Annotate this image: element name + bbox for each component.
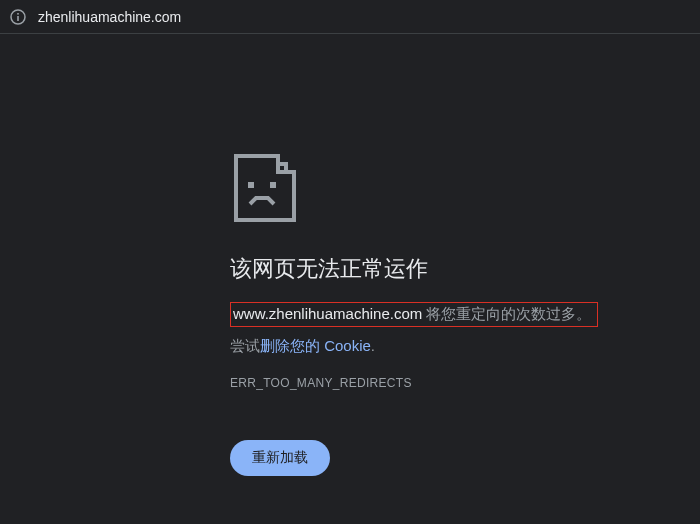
svg-rect-3 — [248, 182, 254, 188]
svg-rect-1 — [17, 16, 19, 21]
url-text[interactable]: zhenlihuamachine.com — [38, 9, 181, 25]
error-heading: 该网页无法正常运作 — [230, 254, 700, 284]
suggestion-suffix: . — [371, 337, 375, 354]
info-icon[interactable] — [10, 9, 26, 25]
reload-button[interactable]: 重新加载 — [230, 440, 330, 476]
svg-rect-2 — [17, 13, 19, 15]
sad-page-icon — [230, 152, 302, 224]
error-code: ERR_TOO_MANY_REDIRECTS — [230, 376, 700, 390]
error-message-text: 将您重定向的次数过多。 — [422, 305, 591, 322]
address-bar[interactable]: zhenlihuamachine.com — [0, 0, 700, 34]
svg-rect-4 — [270, 182, 276, 188]
suggestion-prefix: 尝试 — [230, 337, 260, 354]
error-content: 该网页无法正常运作 www.zhenlihuamachine.com 将您重定向… — [0, 34, 700, 476]
clear-cookies-link[interactable]: 删除您的 Cookie — [260, 337, 371, 354]
error-domain: www.zhenlihuamachine.com — [233, 305, 422, 322]
error-message: www.zhenlihuamachine.com 将您重定向的次数过多。 — [230, 302, 598, 327]
error-suggestion: 尝试删除您的 Cookie. — [230, 337, 700, 356]
